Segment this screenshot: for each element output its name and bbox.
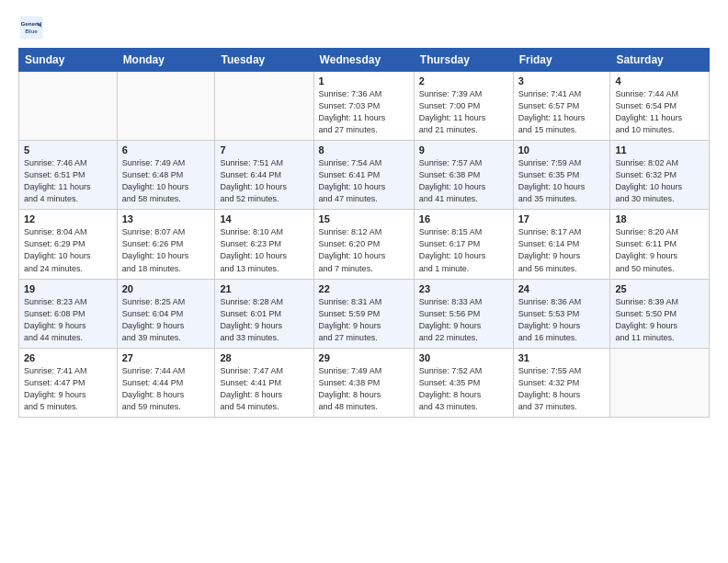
calendar-cell: 25Sunrise: 8:39 AMSunset: 5:50 PMDayligh… — [610, 279, 710, 348]
col-header-saturday: Saturday — [610, 49, 710, 72]
calendar-cell: 26Sunrise: 7:41 AMSunset: 4:47 PMDayligh… — [19, 348, 118, 417]
calendar-cell: 20Sunrise: 8:25 AMSunset: 6:04 PMDayligh… — [117, 279, 215, 348]
calendar-cell: 24Sunrise: 8:36 AMSunset: 5:53 PMDayligh… — [513, 279, 610, 348]
day-info: Sunrise: 8:25 AMSunset: 6:04 PMDaylight:… — [122, 296, 210, 344]
day-info: Sunrise: 8:10 AMSunset: 6:23 PMDaylight:… — [220, 226, 308, 274]
calendar-cell: 15Sunrise: 8:12 AMSunset: 6:20 PMDayligh… — [313, 210, 414, 279]
calendar-cell: 30Sunrise: 7:52 AMSunset: 4:35 PMDayligh… — [414, 348, 513, 417]
calendar-cell — [19, 72, 118, 141]
calendar-cell: 13Sunrise: 8:07 AMSunset: 6:26 PMDayligh… — [117, 210, 215, 279]
calendar-week-row: 19Sunrise: 8:23 AMSunset: 6:08 PMDayligh… — [19, 279, 710, 348]
day-info: Sunrise: 8:39 AMSunset: 5:50 PMDaylight:… — [615, 296, 704, 344]
day-info: Sunrise: 7:54 AMSunset: 6:41 PMDaylight:… — [319, 157, 409, 205]
day-info: Sunrise: 7:49 AMSunset: 6:48 PMDaylight:… — [122, 157, 210, 205]
day-number: 22 — [319, 283, 409, 294]
calendar-cell: 3Sunrise: 7:41 AMSunset: 6:57 PMDaylight… — [513, 72, 610, 141]
calendar-cell: 8Sunrise: 7:54 AMSunset: 6:41 PMDaylight… — [313, 141, 414, 210]
calendar-week-row: 5Sunrise: 7:46 AMSunset: 6:51 PMDaylight… — [19, 141, 710, 210]
day-number: 24 — [518, 283, 606, 294]
day-number: 18 — [615, 213, 704, 224]
day-info: Sunrise: 7:41 AMSunset: 6:57 PMDaylight:… — [518, 88, 606, 136]
day-number: 3 — [518, 75, 606, 86]
calendar-cell: 11Sunrise: 8:02 AMSunset: 6:32 PMDayligh… — [610, 141, 710, 210]
day-number: 26 — [24, 352, 112, 363]
day-info: Sunrise: 8:15 AMSunset: 6:17 PMDaylight:… — [419, 226, 508, 274]
day-info: Sunrise: 7:55 AMSunset: 4:32 PMDaylight:… — [518, 365, 606, 413]
calendar-cell: 7Sunrise: 7:51 AMSunset: 6:44 PMDaylight… — [215, 141, 313, 210]
calendar-cell: 2Sunrise: 7:39 AMSunset: 7:00 PMDaylight… — [414, 72, 513, 141]
day-info: Sunrise: 7:44 AMSunset: 4:44 PMDaylight:… — [122, 365, 210, 413]
day-info: Sunrise: 8:04 AMSunset: 6:29 PMDaylight:… — [24, 226, 112, 274]
calendar-cell: 17Sunrise: 8:17 AMSunset: 6:14 PMDayligh… — [513, 210, 610, 279]
calendar-cell: 19Sunrise: 8:23 AMSunset: 6:08 PMDayligh… — [19, 279, 118, 348]
day-number: 8 — [319, 144, 409, 155]
day-number: 31 — [518, 352, 606, 363]
day-number: 28 — [220, 352, 308, 363]
calendar-cell: 9Sunrise: 7:57 AMSunset: 6:38 PMDaylight… — [414, 141, 513, 210]
calendar-cell: 10Sunrise: 7:59 AMSunset: 6:35 PMDayligh… — [513, 141, 610, 210]
day-info: Sunrise: 8:07 AMSunset: 6:26 PMDaylight:… — [122, 226, 210, 274]
day-number: 29 — [319, 352, 409, 363]
col-header-tuesday: Tuesday — [215, 49, 313, 72]
day-info: Sunrise: 7:52 AMSunset: 4:35 PMDaylight:… — [419, 365, 508, 413]
day-number: 21 — [220, 283, 308, 294]
day-number: 30 — [419, 352, 508, 363]
logo: General Blue — [18, 15, 48, 40]
day-number: 11 — [615, 144, 704, 155]
day-info: Sunrise: 7:59 AMSunset: 6:35 PMDaylight:… — [518, 157, 606, 205]
calendar-cell: 1Sunrise: 7:36 AMSunset: 7:03 PMDaylight… — [313, 72, 414, 141]
calendar-cell: 28Sunrise: 7:47 AMSunset: 4:41 PMDayligh… — [215, 348, 313, 417]
calendar-header-row: SundayMondayTuesdayWednesdayThursdayFrid… — [19, 49, 710, 72]
svg-text:Blue: Blue — [25, 28, 38, 34]
calendar-cell — [117, 72, 215, 141]
day-info: Sunrise: 8:23 AMSunset: 6:08 PMDaylight:… — [24, 296, 112, 344]
day-info: Sunrise: 8:02 AMSunset: 6:32 PMDaylight:… — [615, 157, 704, 205]
day-number: 1 — [319, 75, 409, 86]
day-info: Sunrise: 7:44 AMSunset: 6:54 PMDaylight:… — [615, 88, 704, 136]
day-info: Sunrise: 7:46 AMSunset: 6:51 PMDaylight:… — [24, 157, 112, 205]
day-number: 17 — [518, 213, 606, 224]
calendar-cell — [215, 72, 313, 141]
day-info: Sunrise: 8:20 AMSunset: 6:11 PMDaylight:… — [615, 226, 704, 274]
day-number: 2 — [419, 75, 508, 86]
day-info: Sunrise: 8:28 AMSunset: 6:01 PMDaylight:… — [220, 296, 308, 344]
day-number: 23 — [419, 283, 508, 294]
day-info: Sunrise: 7:39 AMSunset: 7:00 PMDaylight:… — [419, 88, 508, 136]
calendar-cell: 29Sunrise: 7:49 AMSunset: 4:38 PMDayligh… — [313, 348, 414, 417]
calendar-cell: 16Sunrise: 8:15 AMSunset: 6:17 PMDayligh… — [414, 210, 513, 279]
day-info: Sunrise: 8:33 AMSunset: 5:56 PMDaylight:… — [419, 296, 508, 344]
calendar-cell: 21Sunrise: 8:28 AMSunset: 6:01 PMDayligh… — [215, 279, 313, 348]
day-info: Sunrise: 7:57 AMSunset: 6:38 PMDaylight:… — [419, 157, 508, 205]
col-header-thursday: Thursday — [414, 49, 513, 72]
day-number: 4 — [615, 75, 704, 86]
day-info: Sunrise: 7:36 AMSunset: 7:03 PMDaylight:… — [319, 88, 409, 136]
day-number: 13 — [122, 213, 210, 224]
day-number: 7 — [220, 144, 308, 155]
day-number: 19 — [24, 283, 112, 294]
day-number: 15 — [319, 213, 409, 224]
day-info: Sunrise: 7:41 AMSunset: 4:47 PMDaylight:… — [24, 365, 112, 413]
day-info: Sunrise: 8:17 AMSunset: 6:14 PMDaylight:… — [518, 226, 606, 274]
day-number: 9 — [419, 144, 508, 155]
day-number: 20 — [122, 283, 210, 294]
calendar-cell: 22Sunrise: 8:31 AMSunset: 5:59 PMDayligh… — [313, 279, 414, 348]
calendar-cell: 6Sunrise: 7:49 AMSunset: 6:48 PMDaylight… — [117, 141, 215, 210]
calendar-week-row: 1Sunrise: 7:36 AMSunset: 7:03 PMDaylight… — [19, 72, 710, 141]
calendar-cell: 4Sunrise: 7:44 AMSunset: 6:54 PMDaylight… — [610, 72, 710, 141]
day-info: Sunrise: 7:51 AMSunset: 6:44 PMDaylight:… — [220, 157, 308, 205]
calendar-cell: 12Sunrise: 8:04 AMSunset: 6:29 PMDayligh… — [19, 210, 118, 279]
calendar-week-row: 12Sunrise: 8:04 AMSunset: 6:29 PMDayligh… — [19, 210, 710, 279]
header: General Blue — [18, 15, 710, 40]
calendar-cell: 5Sunrise: 7:46 AMSunset: 6:51 PMDaylight… — [19, 141, 118, 210]
day-number: 27 — [122, 352, 210, 363]
day-number: 25 — [615, 283, 704, 294]
day-number: 10 — [518, 144, 606, 155]
logo-icon: General Blue — [18, 15, 44, 40]
day-info: Sunrise: 7:47 AMSunset: 4:41 PMDaylight:… — [220, 365, 308, 413]
day-info: Sunrise: 8:31 AMSunset: 5:59 PMDaylight:… — [319, 296, 409, 344]
calendar-cell: 23Sunrise: 8:33 AMSunset: 5:56 PMDayligh… — [414, 279, 513, 348]
calendar-cell — [610, 348, 710, 417]
calendar-table: SundayMondayTuesdayWednesdayThursdayFrid… — [18, 48, 710, 418]
calendar-cell: 18Sunrise: 8:20 AMSunset: 6:11 PMDayligh… — [610, 210, 710, 279]
col-header-monday: Monday — [117, 49, 215, 72]
